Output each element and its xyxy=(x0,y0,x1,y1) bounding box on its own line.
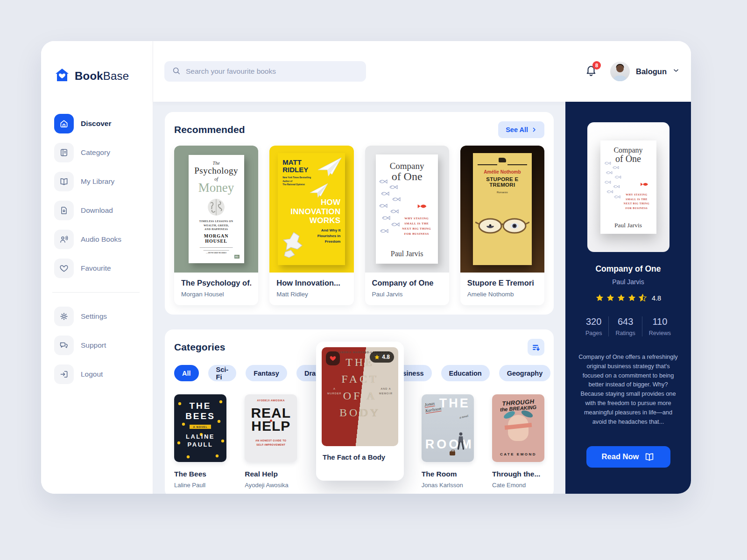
book-title: How Innovation... xyxy=(276,279,346,287)
detail-book-author: Paul Jarvis xyxy=(612,278,644,286)
book-title: The Room xyxy=(422,470,474,478)
sidebar-item-download[interactable]: Download xyxy=(54,201,140,220)
sidebar-item-label: Category xyxy=(81,148,110,157)
book-card-company-of-one[interactable]: Company of One xyxy=(365,146,449,305)
rating-badge: 4.8 xyxy=(370,351,394,363)
book-item-through-the-breaking[interactable]: THROUGH the BREAKING CATE EMOND Through … xyxy=(492,394,544,489)
detail-cover-frame: Company of One WHY STAYINGSMALL IS THENE… xyxy=(587,122,669,252)
star-icon xyxy=(617,294,626,302)
book-title: The Psychology of... xyxy=(181,279,251,287)
detail-book-cover: Company of One WHY STAYINGSMALL IS THENE… xyxy=(600,140,656,234)
star-icon xyxy=(595,294,604,302)
sidebar-item-settings[interactable]: Settings xyxy=(54,307,140,326)
book-author: Jonas Karlsson xyxy=(422,482,474,489)
featured-book-card-fact-of-a-body[interactable]: ALEXANDRIA MARZANO-LESNEVICH THE FACT OF… xyxy=(316,342,404,481)
download-file-icon xyxy=(54,201,74,220)
book-author: Matt Ridley xyxy=(276,291,346,298)
read-now-button[interactable]: Read Now xyxy=(586,446,670,468)
book-author: Laline Paull xyxy=(174,482,226,489)
publisher-mark-art xyxy=(499,158,506,162)
sidebar-nav: Discover Category My Library Download xyxy=(54,114,140,384)
notifications-button[interactable]: 8 xyxy=(585,64,597,78)
chip-geography[interactable]: Geography xyxy=(499,365,551,381)
sidebar-item-discover[interactable]: Discover xyxy=(54,114,140,133)
glasses-art xyxy=(475,217,529,235)
stat-pages: 320 Pages xyxy=(579,316,608,336)
book-author: Morgan Housel xyxy=(181,291,251,298)
sidebar-item-support[interactable]: Support xyxy=(54,336,140,355)
sidebar-item-favourite[interactable]: Favourite xyxy=(54,259,140,278)
brand-name: BookBase xyxy=(75,70,129,83)
book-cover: JonasKarlsson THE a novel ROOM xyxy=(422,394,474,462)
chip-education[interactable]: Education xyxy=(441,365,490,381)
book-cover: AYODEJI AWOSIKA REALHELP AN HONEST GUIDE… xyxy=(245,394,297,462)
brain-art xyxy=(203,198,230,217)
recommended-title: Recommended xyxy=(174,124,245,135)
sort-button[interactable] xyxy=(528,339,544,356)
half-star-icon xyxy=(638,294,647,302)
man-silhouette-art xyxy=(455,432,465,451)
detail-book-title: Company of One xyxy=(595,264,661,274)
sidebar-item-logout[interactable]: Logout xyxy=(54,364,140,384)
book-author: Cate Emond xyxy=(492,482,544,489)
sidebar-item-my-library[interactable]: My Library xyxy=(54,172,140,191)
category-icon xyxy=(54,143,74,162)
book-cover: THEBEES A NOVEL LALINEPAULL xyxy=(174,394,226,462)
book-card-stupore-e-tremori[interactable]: Amélie Nothomb STUPORE E TREMORI Romanzo xyxy=(460,146,544,305)
sidebar-item-label: Audio Books xyxy=(81,235,121,244)
stat-ratings: 643 Ratings xyxy=(608,316,641,336)
heart-icon xyxy=(54,259,74,278)
user-name: Balogun xyxy=(636,67,667,76)
notification-badge: 8 xyxy=(592,61,601,70)
book-title: Through the... xyxy=(492,470,544,478)
book-card-how-innovation-works[interactable]: MATTRIDLEY New York Times Bestselling Au… xyxy=(269,146,353,305)
topbar: 8 Balogun xyxy=(153,41,691,102)
audio-person-icon xyxy=(54,230,74,249)
detail-rating: 4.8 xyxy=(595,294,661,302)
book-cover: Company of One xyxy=(365,146,449,273)
detail-description: Company of One offers a refreshingly ori… xyxy=(578,352,679,427)
chevron-down-icon[interactable] xyxy=(672,67,680,76)
paper-plane-art xyxy=(316,156,343,180)
sidebar-item-audio-books[interactable]: Audio Books xyxy=(54,230,140,249)
chip-sci-fi[interactable]: Sci-Fi xyxy=(208,365,237,381)
book-cover: ALEXANDRIA MARZANO-LESNEVICH THE FACT OF… xyxy=(322,347,398,446)
gear-icon xyxy=(54,307,74,326)
sidebar: BookBase Discover Category My Library xyxy=(41,41,153,494)
user-avatar[interactable] xyxy=(610,62,630,81)
categories-title: Categories xyxy=(174,342,226,353)
chip-fantasy[interactable]: Fantasy xyxy=(246,365,287,381)
crumpled-paper-art xyxy=(282,231,306,259)
categories-section: Categories All Sci-Fi Fantasy Drama Busi… xyxy=(165,329,554,494)
favourite-heart-button[interactable] xyxy=(326,351,340,365)
book-item-real-help[interactable]: AYODEJI AWOSIKA REALHELP AN HONEST GUIDE… xyxy=(245,394,297,489)
star-icon xyxy=(606,294,615,302)
book-detail-panel: Company of One WHY STAYINGSMALL IS THENE… xyxy=(565,102,691,494)
search-box[interactable] xyxy=(164,61,366,82)
sort-descending-icon xyxy=(532,343,541,352)
chip-all[interactable]: All xyxy=(174,365,199,381)
book-author: Ayodeji Awosika xyxy=(245,482,297,489)
sidebar-item-label: Logout xyxy=(81,370,103,378)
sidebar-item-label: Support xyxy=(81,341,106,350)
book-item-the-bees[interactable]: THEBEES A NOVEL LALINEPAULL The Bees Lal… xyxy=(174,394,226,489)
book-cover: MATTRIDLEY New York Times Bestselling Au… xyxy=(269,146,353,273)
red-fish-art xyxy=(416,203,428,210)
rating-value: 4.8 xyxy=(652,294,661,302)
stat-reviews: 110 Reviews xyxy=(642,316,677,336)
book-author: Paul Jarvis xyxy=(372,291,442,298)
sidebar-item-label: Discover xyxy=(81,119,111,128)
book-author: Amelie Nothomb xyxy=(467,291,537,298)
star-icon xyxy=(627,294,636,302)
book-title: Real Help xyxy=(245,470,297,478)
app-window: BookBase Discover Category My Library xyxy=(41,41,691,494)
book-item-the-room[interactable]: JonasKarlsson THE a novel ROOM xyxy=(422,394,474,489)
sidebar-item-category[interactable]: Category xyxy=(54,143,140,162)
book-title: Company of One xyxy=(372,279,442,287)
book-cover: The Psychology of Money TIM xyxy=(174,146,258,273)
see-all-button[interactable]: See All xyxy=(498,121,544,138)
recommended-section: Recommended See All The Psyc xyxy=(165,112,554,315)
sidebar-divider xyxy=(52,292,140,293)
book-card-psychology-of-money[interactable]: The Psychology of Money TIM xyxy=(174,146,258,305)
search-input[interactable] xyxy=(186,67,359,76)
